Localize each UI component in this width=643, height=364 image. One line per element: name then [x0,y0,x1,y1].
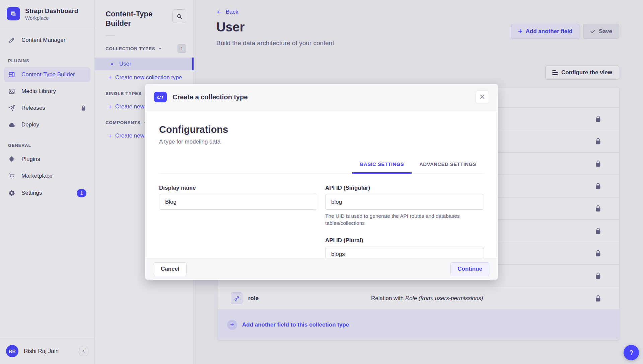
tab-advanced-settings[interactable]: ADVANCED SETTINGS [412,157,484,173]
modal-title: Create a collection type [172,93,248,101]
create-collection-type-modal: CT Create a collection type ✕ Configurat… [145,84,498,280]
modal-header: CT Create a collection type ✕ [145,84,498,110]
configurations-header: Configurations A type for modeling data [159,124,228,145]
api-id-singular-input[interactable] [325,194,484,210]
divider [159,173,484,173]
close-modal-button[interactable]: ✕ [476,90,489,104]
collection-type-badge: CT [154,92,167,102]
modal-body: Configurations A type for modeling data … [145,110,498,258]
api-id-singular-label: API ID (Singular) [325,185,484,191]
configurations-subtitle: A type for modeling data [159,139,228,145]
settings-tabs: BASIC SETTINGS ADVANCED SETTINGS [352,157,484,173]
continue-button[interactable]: Continue [450,262,489,276]
close-icon: ✕ [479,93,485,101]
api-id-singular-group: API ID (Singular) The UID is used to gen… [325,185,484,227]
cancel-button[interactable]: Cancel [154,262,187,276]
display-name-label: Display name [159,185,317,191]
modal-footer: Cancel Continue [145,258,498,280]
display-name-input[interactable] [159,194,317,210]
configurations-title: Configurations [159,124,228,135]
api-id-plural-label: API ID (Plural) [325,237,484,244]
tab-basic-settings[interactable]: BASIC SETTINGS [352,157,412,173]
api-id-singular-help: The UID is used to generate the API rout… [325,213,484,227]
help-button[interactable]: ? [624,345,639,360]
